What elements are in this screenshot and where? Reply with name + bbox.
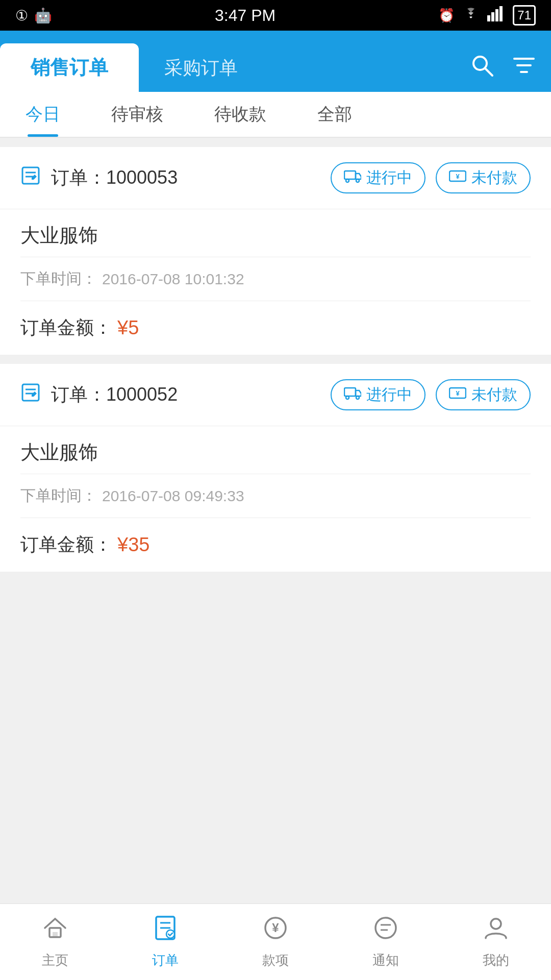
- order-header-1: 订单：1000053 进行中 ¥: [0, 147, 551, 209]
- order-company-2: 大业服饰: [20, 426, 531, 474]
- header-icons: [470, 54, 536, 92]
- svg-rect-17: [22, 384, 39, 401]
- svg-rect-2: [495, 9, 498, 21]
- payment-icon-2: ¥: [449, 386, 466, 404]
- order-card-1: 订单：1000053 进行中 ¥: [0, 147, 551, 355]
- edit-icon-1: [20, 165, 41, 190]
- status-bar: ① 🤖 3:47 PM ⏰ 71: [0, 0, 551, 31]
- payment-icon-1: ¥: [449, 169, 466, 187]
- order-status-2: 进行中 ¥ 未付款: [331, 379, 531, 410]
- sub-tab-pending-review[interactable]: 待审核: [86, 92, 189, 137]
- nav-item-payment[interactable]: ¥ 款项: [220, 915, 331, 969]
- order-card-2: 订单：1000052 进行中 ¥: [0, 364, 551, 572]
- status-right: ⏰ 71: [438, 5, 536, 26]
- nav-label-payment: 款项: [262, 951, 289, 969]
- svg-point-30: [166, 930, 174, 938]
- nav-label-home: 主页: [42, 951, 68, 969]
- status-time: 3:47 PM: [215, 6, 276, 25]
- svg-point-36: [491, 919, 501, 929]
- order-company-1: 大业服饰: [20, 209, 531, 257]
- bottom-nav: 主页 订单 ¥ 款项: [0, 903, 551, 980]
- home-icon: [42, 915, 68, 947]
- order-number-1: 订单：1000053: [51, 165, 331, 190]
- sub-tab-pending-payment[interactable]: 待收款: [189, 92, 292, 137]
- sub-tab-today[interactable]: 今日: [0, 92, 86, 137]
- order-amount-value-2: ¥35: [117, 534, 149, 556]
- user-icon: [483, 915, 509, 947]
- filter-icon[interactable]: [512, 54, 536, 83]
- svg-point-33: [375, 918, 396, 938]
- nav-item-order[interactable]: 订单: [110, 915, 220, 969]
- section-divider: [0, 355, 551, 364]
- money-icon: ¥: [262, 915, 289, 947]
- svg-rect-1: [491, 12, 494, 21]
- order-amount-value-1: ¥5: [117, 317, 139, 339]
- svg-text:¥: ¥: [272, 921, 279, 935]
- svg-rect-3: [499, 6, 503, 21]
- order-amount-1: 订单金额： ¥5: [20, 301, 531, 355]
- order-time-2: 下单时间： 2016-07-08 09:49:33: [20, 474, 531, 518]
- circle-icon: ①: [15, 7, 28, 24]
- logistics-status-1: 进行中: [331, 162, 425, 193]
- notify-icon: [372, 915, 399, 947]
- top-divider: [0, 138, 551, 147]
- nav-label-order: 订单: [152, 951, 179, 969]
- tab-sales[interactable]: 销售订单: [0, 43, 139, 92]
- order-header-2: 订单：1000052 进行中 ¥: [0, 364, 551, 426]
- alarm-icon: ⏰: [438, 8, 455, 23]
- order-number-2: 订单：1000052: [51, 382, 331, 407]
- svg-text:¥: ¥: [456, 173, 460, 180]
- order-amount-2: 订单金额： ¥35: [20, 518, 531, 572]
- wifi-icon: [462, 6, 480, 25]
- truck-icon-1: [344, 169, 361, 187]
- tab-purchase[interactable]: 采购订单: [139, 44, 263, 92]
- order-body-2: 大业服饰 下单时间： 2016-07-08 09:49:33 订单金额： ¥35: [0, 426, 551, 572]
- truck-icon-2: [344, 386, 361, 404]
- nav-label-notify: 通知: [372, 951, 399, 969]
- payment-status-2: ¥ 未付款: [436, 379, 531, 410]
- order-body-1: 大业服饰 下单时间： 2016-07-08 10:01:32 订单金额： ¥5: [0, 209, 551, 355]
- edit-icon-2: [20, 382, 41, 407]
- svg-point-21: [346, 396, 349, 399]
- nav-item-home[interactable]: 主页: [0, 915, 110, 969]
- empty-area: [0, 572, 551, 817]
- logistics-status-2: 进行中: [331, 379, 425, 410]
- nav-label-user: 我的: [483, 951, 509, 969]
- svg-rect-9: [22, 167, 39, 184]
- battery-icon: 71: [513, 5, 536, 26]
- svg-text:¥: ¥: [456, 389, 460, 397]
- svg-rect-0: [487, 15, 490, 21]
- status-left: ① 🤖: [15, 7, 52, 24]
- svg-rect-26: [53, 932, 58, 937]
- svg-point-14: [356, 179, 359, 182]
- search-icon[interactable]: [470, 54, 494, 83]
- payment-status-1: ¥ 未付款: [436, 162, 531, 193]
- svg-rect-20: [344, 388, 356, 396]
- order-status-1: 进行中 ¥ 未付款: [331, 162, 531, 193]
- sub-tab-all[interactable]: 全部: [292, 92, 378, 137]
- svg-rect-12: [344, 171, 356, 179]
- sub-tabs: 今日 待审核 待收款 全部: [0, 92, 551, 138]
- svg-point-22: [356, 396, 359, 399]
- header: 销售订单 采购订单: [0, 31, 551, 92]
- android-icon: 🤖: [34, 7, 52, 24]
- svg-line-5: [485, 68, 492, 76]
- signal-icon: [487, 6, 506, 25]
- nav-item-user[interactable]: 我的: [441, 915, 551, 969]
- svg-point-13: [346, 179, 349, 182]
- nav-item-notify[interactable]: 通知: [331, 915, 441, 969]
- order-icon: [152, 915, 179, 947]
- order-time-1: 下单时间： 2016-07-08 10:01:32: [20, 257, 531, 301]
